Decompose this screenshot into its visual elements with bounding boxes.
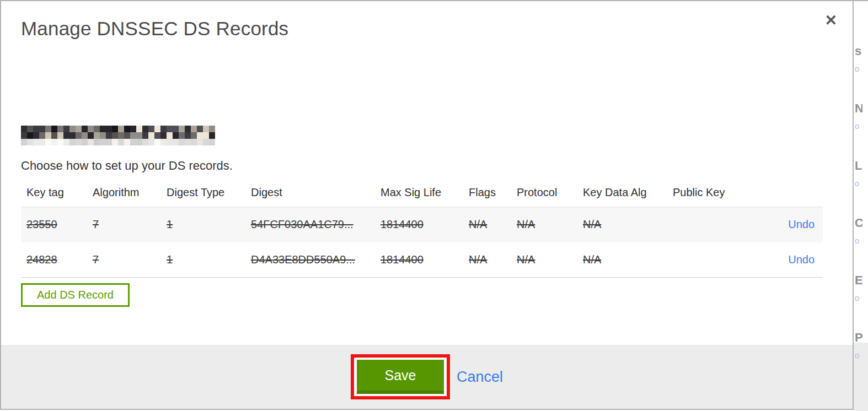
cell-digest: D4A33E8DD550A9...: [245, 242, 375, 278]
cell-algorithm: 7: [87, 242, 161, 278]
cell-digest: 54FCF030AA1C79...: [245, 207, 375, 242]
cell-key-data-alg: N/A: [577, 242, 667, 278]
edge-text-fragment: N: [855, 101, 862, 116]
col-header-digest-type: Digest Type: [161, 182, 245, 207]
undo-link[interactable]: Undo: [788, 253, 815, 266]
cell-key-data-alg: N/A: [577, 207, 667, 242]
edge-link-fragment: o: [855, 64, 862, 73]
table-header-row: Key tag Algorithm Digest Type Digest Max…: [21, 182, 823, 207]
add-ds-record-button[interactable]: Add DS Record: [21, 283, 130, 307]
edge-link-fragment: o: [855, 236, 862, 245]
cell-protocol: N/A: [511, 207, 577, 242]
edge-link-fragment: o: [855, 121, 862, 131]
edge-link-fragment: o: [855, 293, 862, 302]
screen: Manage DNSSEC DS Records ✕ Choose how to…: [0, 0, 868, 411]
cell-key-tag: 24828: [21, 242, 87, 278]
col-header-protocol: Protocol: [511, 182, 577, 207]
col-header-max-sig-life: Max Sig Life: [375, 182, 463, 207]
cell-max-sig-life: 1814400: [375, 242, 463, 278]
edge-link-fragment: o: [855, 350, 862, 360]
page-title: Manage DNSSEC DS Records: [21, 18, 288, 40]
cell-flags: N/A: [463, 207, 511, 242]
edge-text-fragment: C: [855, 216, 862, 230]
col-header-actions: [750, 182, 823, 207]
col-header-algorithm: Algorithm: [87, 182, 161, 207]
modal-footer: Save Cancel: [1, 345, 853, 409]
cell-public-key: [667, 242, 750, 278]
table-row: 24828 7 1 D4A33E8DD550A9... 1814400 N/A …: [21, 242, 823, 278]
annotation-highlight-box: Save: [351, 354, 450, 399]
edge-text-fragment: s: [855, 44, 862, 58]
col-header-flags: Flags: [463, 182, 511, 207]
table-row: 23550 7 1 54FCF030AA1C79... 1814400 N/A …: [21, 207, 823, 242]
edge-link-fragment: o: [855, 179, 862, 188]
cell-algorithm: 7: [87, 207, 161, 242]
cancel-link[interactable]: Cancel: [457, 369, 503, 386]
cell-flags: N/A: [463, 242, 511, 278]
domain-name-redacted: [21, 126, 215, 145]
edge-text-fragment: L: [855, 159, 862, 173]
cell-key-tag: 23550: [21, 207, 87, 242]
save-button[interactable]: Save: [357, 360, 444, 394]
undo-link[interactable]: Undo: [788, 218, 815, 230]
cell-digest-type: 1: [161, 242, 245, 278]
col-header-key-tag: Key tag: [21, 182, 87, 207]
edge-text-fragment: E: [855, 273, 862, 288]
ds-records-table: Key tag Algorithm Digest Type Digest Max…: [21, 182, 823, 278]
cell-max-sig-life: 1814400: [375, 207, 463, 242]
cell-digest-type: 1: [161, 207, 245, 242]
col-header-public-key: Public Key: [667, 182, 750, 207]
dnssec-ds-records-modal: Manage DNSSEC DS Records ✕ Choose how to…: [0, 0, 854, 410]
edge-text-fragment: P: [855, 331, 862, 345]
col-header-key-data-alg: Key Data Alg: [577, 182, 667, 207]
cell-protocol: N/A: [511, 242, 577, 278]
col-header-digest: Digest: [245, 182, 375, 207]
instruction-text: Choose how to set up your DS records.: [21, 159, 233, 173]
close-icon[interactable]: ✕: [824, 13, 837, 28]
cell-public-key: [667, 207, 750, 242]
background-page-strip: soNoLoCoEoPo: [854, 0, 868, 411]
